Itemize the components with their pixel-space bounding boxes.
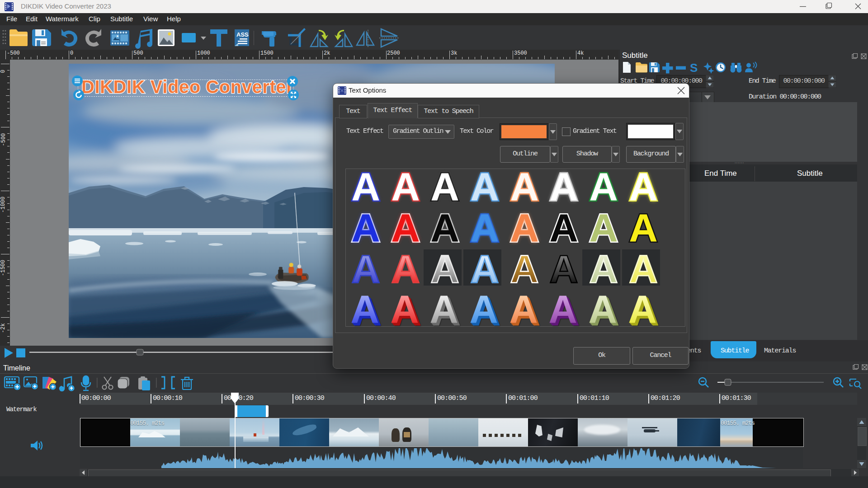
svg-text:S: S [690, 61, 698, 74]
svg-text:ASS: ASS [236, 31, 249, 38]
